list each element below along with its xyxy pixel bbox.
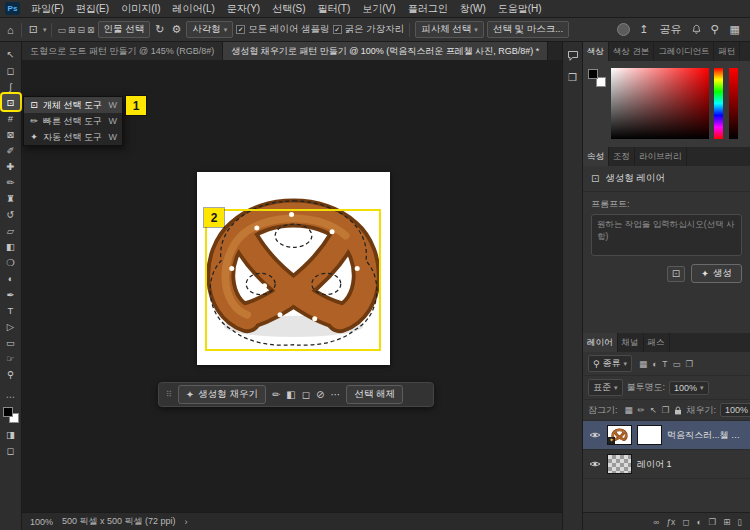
menu-view[interactable]: 보기(V) — [356, 0, 401, 18]
blend-mode-select[interactable]: 표준 ▾ — [588, 379, 623, 396]
variations-icon[interactable]: ⊡ — [667, 266, 685, 282]
tab-channels[interactable]: 채널 — [618, 333, 644, 352]
lock-position-icon[interactable]: ↖ — [650, 405, 657, 415]
visibility-toggle[interactable] — [587, 431, 602, 439]
workspace-icon[interactable]: ▦ — [728, 23, 742, 36]
blur-tool-button[interactable]: ❍ — [2, 254, 20, 270]
new-layer-icon[interactable]: ⊞ — [723, 517, 730, 527]
menu-layer[interactable]: 레이어(L) — [167, 0, 221, 18]
color-ramp[interactable] — [729, 68, 738, 139]
tab-generative-pattern[interactable]: 생성형 채우기로 패턴 만들기 @ 100% (먹음직스러운 프레첼 사진, R… — [223, 42, 548, 60]
tab-color[interactable]: 색상 — [583, 42, 609, 61]
filter-pixel-icon[interactable]: ▦ — [639, 359, 647, 369]
link-layers-icon[interactable]: ∞ — [653, 517, 659, 527]
hue-slider[interactable] — [714, 68, 723, 139]
generative-fill-button[interactable]: ✦ 생성형 채우기 — [178, 385, 266, 404]
search-icon[interactable]: ⚲ — [709, 23, 721, 36]
layer-name[interactable]: 레이어 1 — [637, 458, 672, 471]
menu-plugins[interactable]: 플러그인 — [402, 0, 454, 18]
clone-stamp-tool-button[interactable]: ♜ — [2, 190, 20, 206]
lock-all-icon[interactable] — [674, 406, 682, 415]
person-select-button[interactable]: 인물 선택 — [98, 21, 151, 38]
subtract-selection-icon[interactable]: ⊟ — [77, 25, 85, 35]
zoom-tool-button[interactable]: ⚲ — [2, 366, 20, 382]
brush-icon[interactable]: ✏ — [272, 389, 280, 400]
filter-smart-object-icon[interactable]: ❐ — [686, 359, 694, 369]
select-subject-button[interactable]: 피사체 선택 ▾ — [415, 21, 484, 38]
tab-adjustments[interactable]: 조정 — [609, 147, 635, 166]
object-selection-tool-button[interactable]: ⊡ — [2, 94, 20, 110]
prompt-input[interactable] — [591, 214, 742, 256]
layer-thumbnail[interactable] — [607, 454, 632, 474]
pen-tool-button[interactable]: ✒ — [2, 286, 20, 302]
hard-edge-checkbox[interactable]: ✓ 굵은 가장자리 — [333, 23, 405, 36]
menu-type[interactable]: 문자(Y) — [221, 0, 266, 18]
layer-name[interactable]: 먹음직스러...첼 사진 — [667, 429, 746, 442]
brush-tool-button[interactable]: ✏ — [2, 174, 20, 190]
more-options-icon[interactable]: ⋯ — [330, 389, 340, 400]
gradient-tool-button[interactable]: ◧ — [2, 238, 20, 254]
healing-tool-button[interactable]: ✚ — [2, 158, 20, 174]
zoom-level[interactable]: 100% — [30, 517, 53, 527]
eyedropper-tool-button[interactable]: ✐ — [2, 142, 20, 158]
layer-thumbnail[interactable]: ✦ — [607, 425, 632, 445]
layer-row-layer1[interactable]: 레이어 1 — [583, 450, 750, 479]
tab-paths[interactable]: 패스 — [644, 333, 670, 352]
flyout-item-magic-wand[interactable]: ✦ 자동 선택 도구 W — [24, 129, 122, 145]
eraser-tool-button[interactable]: ▱ — [2, 222, 20, 238]
share-button[interactable]: 공유 — [658, 22, 684, 37]
shape-tool-button[interactable]: ▭ — [2, 334, 20, 350]
filter-type-icon[interactable]: T — [662, 359, 667, 369]
tab-swatches[interactable]: 색상 견본 — [609, 42, 654, 61]
grip-icon[interactable]: ⠿ — [166, 390, 172, 399]
gradient-icon[interactable]: ◧ — [286, 389, 295, 400]
layer-filter-select[interactable]: ⚲ 종류 ▾ — [588, 355, 632, 372]
comments-icon[interactable] — [567, 50, 579, 62]
menu-filter[interactable]: 필터(T) — [312, 0, 357, 18]
layer-group-icon[interactable]: ❐ — [709, 517, 717, 527]
tab-layers[interactable]: 레이어 — [583, 333, 618, 352]
tab-dots-pattern[interactable]: 도형으로 도트 패턴 만들기 @ 145% (RGB/8#) — [22, 42, 223, 60]
adjustment-layer-icon[interactable]: ◐ — [696, 517, 701, 527]
mask-thumbnail[interactable] — [637, 425, 662, 445]
layer-row-pretzel[interactable]: ✦ 먹음직스러...첼 사진 — [583, 421, 750, 450]
menu-edit[interactable]: 편집(E) — [70, 0, 115, 18]
hand-tool-button[interactable]: ☞ — [2, 350, 20, 366]
fill-select[interactable]: 100% ▾ — [720, 403, 750, 417]
layer-mask-icon[interactable]: ◻ — [682, 517, 689, 527]
lasso-tool-button[interactable]: ʃ — [2, 78, 20, 94]
menu-select[interactable]: 선택(S) — [266, 0, 311, 18]
add-selection-icon[interactable]: ⊞ — [68, 25, 76, 35]
generate-button[interactable]: ✦ 생성 — [691, 264, 742, 283]
lock-pixels-icon[interactable]: ✏ — [638, 405, 645, 415]
color-swatches[interactable] — [3, 407, 19, 423]
visibility-toggle[interactable] — [587, 460, 602, 468]
menu-help[interactable]: 도움말(H) — [492, 0, 548, 18]
lock-transparency-icon[interactable]: ▦ — [625, 405, 633, 415]
bell-icon[interactable] — [691, 24, 702, 35]
panel-icon[interactable]: ❐ — [568, 72, 577, 83]
history-brush-tool-button[interactable]: ↺ — [2, 206, 20, 222]
menu-window[interactable]: 창(W) — [454, 0, 492, 18]
edit-toolbar-button[interactable]: ⋯ — [2, 388, 20, 404]
frame-tool-button[interactable]: ⊠ — [2, 126, 20, 142]
refresh-icon[interactable]: ↻ — [153, 23, 166, 36]
sample-all-layers-checkbox[interactable]: ✓ 모든 레이어 샘플링 — [236, 23, 329, 36]
move-tool-button[interactable]: ↖ — [2, 46, 20, 62]
layer-effects-icon[interactable]: ƒx — [666, 517, 675, 527]
intersect-selection-icon[interactable]: ⊠ — [87, 25, 95, 35]
tab-libraries[interactable]: 라이브러리 — [635, 147, 687, 166]
tool-preset-icon[interactable]: ⊡ — [27, 23, 40, 36]
crop-tool-button[interactable]: # — [2, 110, 20, 126]
mode-select[interactable]: 사각형 ▾ — [186, 21, 233, 38]
chevron-down-icon[interactable]: ▾ — [43, 26, 47, 34]
filter-shape-icon[interactable]: ▭ — [672, 359, 680, 369]
quick-mask-button[interactable]: ◨ — [2, 426, 20, 442]
screen-mode-button[interactable]: ◻ — [2, 442, 20, 458]
marquee-tool-button[interactable]: ◻ — [2, 62, 20, 78]
path-selection-tool-button[interactable]: ▷ — [2, 318, 20, 334]
document-info[interactable]: 500 픽셀 x 500 픽셀 (72 ppi) — [62, 515, 176, 528]
mask-icon[interactable]: ◻ — [302, 389, 310, 400]
new-selection-icon[interactable]: ▭ — [57, 25, 66, 35]
saturation-brightness-field[interactable] — [611, 68, 709, 139]
